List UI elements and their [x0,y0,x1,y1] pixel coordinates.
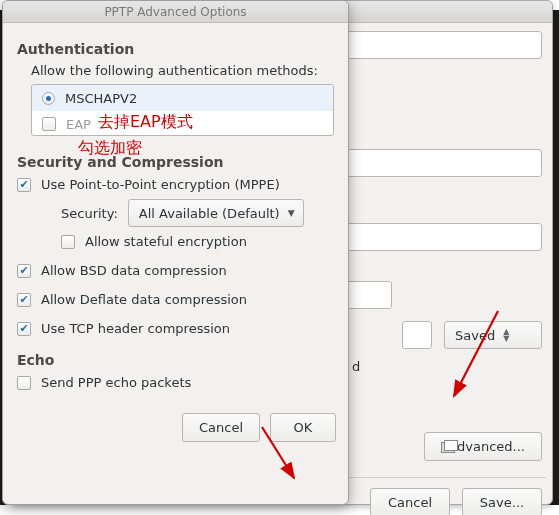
auth-allow-label: Allow the following authentication metho… [31,63,334,78]
sec-heading: Security and Compression [17,154,334,170]
bsd-row[interactable]: Allow BSD data compression [17,263,334,278]
parent-cancel-button[interactable]: Cancel [370,488,450,515]
checkbox-icon [17,376,31,390]
tcp-label: Use TCP header compression [41,321,230,336]
parent-save-button[interactable]: Save... [462,488,542,515]
mppe-row[interactable]: Use Point-to-Point encryption (MPPE) [17,177,334,192]
windows-icon [441,440,442,454]
parent-input-2[interactable] [322,223,542,251]
checkbox-icon [42,117,56,131]
auth-method-eap-label: EAP [66,117,91,132]
saved-select-value: Saved [455,328,495,343]
echo-heading: Echo [17,352,334,368]
auth-methods-list[interactable]: MSCHAPV2 EAP [31,84,334,136]
bsd-label: Allow BSD data compression [41,263,227,278]
ok-button[interactable]: OK [270,413,336,442]
checkbox-icon [61,235,75,249]
pptp-advanced-dialog: PPTP Advanced Options Authentication All… [2,0,349,505]
parent-cancel-label: Cancel [388,495,432,510]
stateful-row[interactable]: Allow stateful encryption [61,234,334,249]
tcp-row[interactable]: Use TCP header compression [17,321,334,336]
chevron-updown-icon: ▲▼ [503,328,509,342]
stateful-label: Allow stateful encryption [85,234,247,249]
auth-heading: Authentication [17,41,334,57]
security-label: Security: [61,206,118,221]
send-echo-row[interactable]: Send PPP echo packets [17,375,334,390]
chevron-down-icon: ▼ [288,209,295,218]
cancel-button[interactable]: Cancel [182,413,260,442]
auth-method-mschapv2[interactable]: MSCHAPV2 [32,85,333,111]
checkbox-checked-icon [17,178,31,192]
radio-on-icon [42,92,55,105]
dialog-title: PPTP Advanced Options [3,1,348,23]
ok-button-label: OK [294,420,313,435]
advanced-button-label: Advanced... [448,439,525,454]
field-value-tail: d [352,359,360,374]
security-select-value: All Available (Default) [139,206,280,221]
checkbox-checked-icon [17,293,31,307]
parent-input-1[interactable] [322,149,542,177]
parent-input-4[interactable] [402,321,432,349]
advanced-button[interactable]: Advanced... [424,432,542,461]
saved-select[interactable]: Saved ▲▼ [444,321,542,349]
mppe-label: Use Point-to-Point encryption (MPPE) [41,177,280,192]
auth-method-mschapv2-label: MSCHAPV2 [65,91,137,106]
auth-method-eap[interactable]: EAP [32,111,333,136]
checkbox-checked-icon [17,322,31,336]
checkbox-checked-icon [17,264,31,278]
deflate-label: Allow Deflate data compression [41,292,247,307]
send-echo-label: Send PPP echo packets [41,375,191,390]
deflate-row[interactable]: Allow Deflate data compression [17,292,334,307]
parent-save-label: Save... [480,495,524,510]
cancel-button-label: Cancel [199,420,243,435]
security-select[interactable]: All Available (Default) ▼ [128,199,304,227]
